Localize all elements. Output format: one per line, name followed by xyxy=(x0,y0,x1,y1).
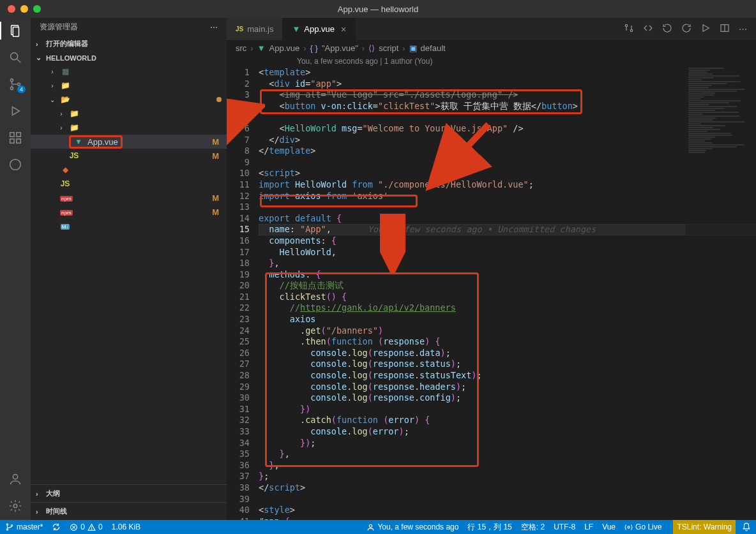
sync-icon[interactable] xyxy=(52,523,61,531)
svg-rect-9 xyxy=(10,139,14,143)
tree-item-babel-config-js[interactable]: JS xyxy=(31,177,227,191)
branch-indicator[interactable]: master* xyxy=(5,523,43,531)
svg-line-3 xyxy=(17,59,21,63)
minimize-window-button[interactable] xyxy=(20,5,28,13)
close-tab-icon[interactable]: × xyxy=(341,24,346,34)
eol[interactable]: LF xyxy=(584,523,593,531)
workspace-section[interactable]: ⌄HELLOWORLD xyxy=(31,51,227,64)
svg-point-15 xyxy=(625,24,627,26)
sidebar: 资源管理器 ⋯ ›打开的编辑器 ⌄HELLOWORLD ›▦›📁⌄📂›📁›📁▼A… xyxy=(31,18,227,520)
more-icon[interactable]: ⋯ xyxy=(210,23,218,32)
svg-point-4 xyxy=(10,79,13,82)
file-size[interactable]: 1.06 KiB xyxy=(112,523,140,531)
open-changes-icon[interactable] xyxy=(643,23,653,35)
tree-item-package-json[interactable]: npmM xyxy=(31,205,227,219)
tslint-status[interactable]: TSLint: Warning xyxy=(673,520,736,534)
settings-gear-icon[interactable] xyxy=(8,498,23,514)
tree-item-public[interactable]: ›📁 xyxy=(31,78,227,93)
svg-point-27 xyxy=(6,529,8,530)
next-change-icon[interactable] xyxy=(681,23,692,35)
tree-item--gitignore[interactable]: ◆ xyxy=(31,163,227,177)
tab-app-vue[interactable]: ▼App.vue× xyxy=(283,18,356,40)
svg-marker-7 xyxy=(12,107,19,115)
svg-rect-8 xyxy=(10,133,14,137)
window-title: App.vue — helloworld xyxy=(338,4,418,14)
breadcrumb[interactable]: src› ▼ App.vue› { } "App.vue"› ⟨⟩ script… xyxy=(227,40,756,56)
maximize-window-button[interactable] xyxy=(33,5,41,13)
close-window-button[interactable] xyxy=(8,5,15,13)
tree-item-app-vue[interactable]: ▼App.vueM xyxy=(31,135,227,149)
outline-section[interactable]: ›大纲 xyxy=(31,484,227,502)
sidebar-title: 资源管理器 xyxy=(40,22,78,33)
statusbar: master* 0 0 1.06 KiB You, a few seconds … xyxy=(0,520,756,534)
svg-point-33 xyxy=(91,528,92,529)
extensions-icon[interactable] xyxy=(8,130,23,145)
svg-point-35 xyxy=(628,526,630,528)
tree-item-components[interactable]: ›📁 xyxy=(31,121,227,135)
tree-item-main-js[interactable]: JSM xyxy=(31,149,227,163)
svg-point-5 xyxy=(10,87,13,89)
tab-main-js[interactable]: JSmain.js xyxy=(227,18,283,40)
svg-point-34 xyxy=(370,524,372,527)
file-tree: ›▦›📁⌄📂›📁›📁▼App.vueMJSM◆JSnpmMnpmMM↓ xyxy=(31,64,227,484)
svg-point-16 xyxy=(630,29,632,31)
sidebar-header: 资源管理器 ⋯ xyxy=(31,18,227,36)
git-compare-icon[interactable] xyxy=(624,23,634,35)
svg-rect-11 xyxy=(17,133,20,137)
minimap[interactable] xyxy=(686,67,756,520)
language-mode[interactable]: Vue xyxy=(602,523,616,531)
account-icon[interactable] xyxy=(8,471,23,487)
debug-icon[interactable] xyxy=(8,103,23,119)
tabs: JSmain.js▼App.vue× ⋯ xyxy=(227,18,756,40)
indentation[interactable]: 空格: 2 xyxy=(521,522,545,533)
search-icon[interactable] xyxy=(8,50,23,65)
tree-item-node-modules[interactable]: ›▦ xyxy=(31,64,227,78)
traffic-lights xyxy=(8,5,41,13)
svg-point-2 xyxy=(11,53,18,60)
tab-actions: ⋯ xyxy=(624,18,756,40)
tree-item-assets[interactable]: ›📁 xyxy=(31,107,227,121)
prev-change-icon[interactable] xyxy=(662,23,672,35)
split-editor-icon[interactable] xyxy=(720,23,730,35)
notifications-icon[interactable] xyxy=(742,523,751,531)
source-control-icon[interactable]: 4 xyxy=(8,77,23,92)
svg-marker-17 xyxy=(703,25,709,32)
encoding[interactable]: UTF-8 xyxy=(554,523,575,531)
tree-item-package-lock-json[interactable]: npmM xyxy=(31,191,227,205)
tree-item-src[interactable]: ⌄📂 xyxy=(31,93,227,107)
activity-bar: 4 xyxy=(0,18,31,520)
svg-point-13 xyxy=(13,475,17,479)
svg-rect-1 xyxy=(13,27,19,37)
tree-item-readme-md[interactable]: M↓ xyxy=(31,219,227,233)
gitlens-annotation: You, a few seconds ago | 1 author (You) xyxy=(227,56,756,67)
svg-point-12 xyxy=(10,159,21,170)
cursor-position[interactable]: 行 15，列 15 xyxy=(467,522,511,533)
svg-rect-10 xyxy=(17,139,20,143)
editor-area: JSmain.js▼App.vue× ⋯ src› ▼ App.vue› { }… xyxy=(227,18,756,520)
svg-point-26 xyxy=(6,524,8,525)
run-icon[interactable] xyxy=(700,23,711,35)
open-editors-section[interactable]: ›打开的编辑器 xyxy=(31,36,227,51)
timeline-section[interactable]: ›时间线 xyxy=(31,502,227,520)
scm-badge: 4 xyxy=(17,85,26,93)
go-live[interactable]: Go Live xyxy=(624,523,662,531)
vue-icon: ▼ xyxy=(257,43,266,53)
problems-indicator[interactable]: 0 0 xyxy=(70,523,102,531)
svg-point-28 xyxy=(11,525,12,526)
blame-status[interactable]: You, a few seconds ago xyxy=(367,523,458,531)
svg-point-14 xyxy=(13,504,17,508)
titlebar: App.vue — helloworld xyxy=(0,0,756,18)
more-actions-icon[interactable]: ⋯ xyxy=(739,24,747,34)
explorer-icon[interactable] xyxy=(8,23,23,38)
remote-icon[interactable] xyxy=(8,157,23,172)
editor[interactable]: 1234567891011121314151617181920212223242… xyxy=(227,67,756,520)
